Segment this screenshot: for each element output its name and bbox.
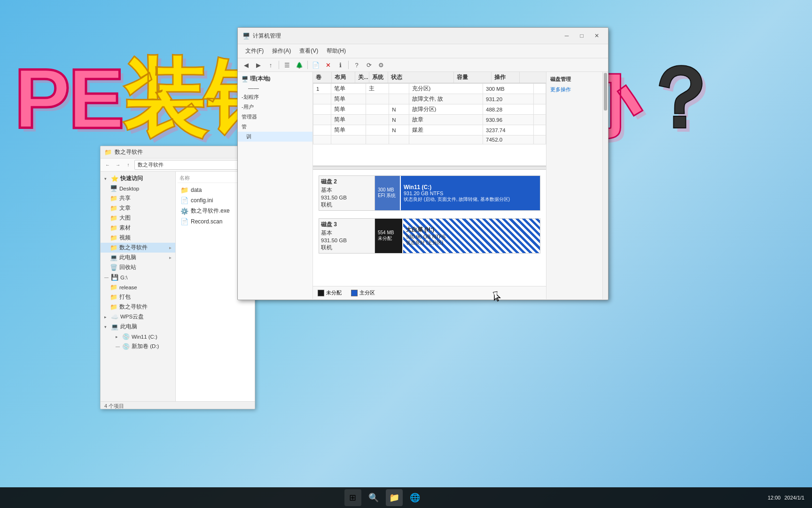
table-row[interactable]: 7452.0 xyxy=(313,135,546,144)
address-bar[interactable]: 数之寻软件 xyxy=(134,160,252,170)
taskbar-explorer[interactable]: 📁 xyxy=(386,489,403,506)
col-action: 操作 xyxy=(492,72,520,83)
mgmt-sidebar-sys[interactable]: —— xyxy=(238,84,312,92)
disk-2-info: 磁盘 2 基本 931.50 GB 联机 xyxy=(319,175,375,211)
quick-access-section[interactable]: ▾ ⭐ 快速访问 xyxy=(101,174,175,183)
mgmt-sidebar-computer[interactable]: 🖥️ 理(本地) xyxy=(238,74,312,84)
toolbar-properties[interactable]: ℹ xyxy=(335,60,346,70)
drive-d-icon: 💿 xyxy=(122,343,130,350)
sidebar-item-materials[interactable]: 📁 素材 xyxy=(101,223,175,233)
sidebar-item-shared[interactable]: 📁 共享 xyxy=(101,193,175,203)
quick-access-label: 快速访问 xyxy=(120,175,143,182)
mgmt-sidebar-mgr[interactable]: 管理器 xyxy=(238,112,312,122)
sidebar-item-thispc[interactable]: ▾ 💻 此电脑 xyxy=(101,322,175,332)
wps-label: WPS云盘 xyxy=(120,313,144,320)
file-explorer-header: 📁 数之寻软件 xyxy=(101,146,255,159)
win11-status: 状态良好 (启动, 页面文件, 故障转储, 基本数据分区) xyxy=(404,196,537,203)
up-button[interactable]: ↑ xyxy=(124,161,133,169)
sidebar-item-dzxsw[interactable]: 📁 数之寻软件 xyxy=(101,302,175,312)
col-size: 容量 xyxy=(454,72,492,83)
taskbar-start[interactable]: ⊞ xyxy=(344,489,361,506)
menu-file[interactable]: 文件(F) xyxy=(242,46,267,56)
explorer-sidebar: ▾ ⭐ 快速访问 🖥️ Desktop 📁 共享 📁 文章 📁 大图 📁 xyxy=(101,172,176,401)
sidebar-item-bigimg[interactable]: 📁 大图 xyxy=(101,213,175,223)
disk-2-name: 磁盘 2 xyxy=(321,178,373,186)
toolbar-back[interactable]: ◀ xyxy=(241,60,252,70)
sidebar-item-articles[interactable]: 📁 文章 xyxy=(101,203,175,213)
sidebar-item-video[interactable]: 📁 视频 xyxy=(101,233,175,243)
disk-3-status: 联机 xyxy=(321,244,373,251)
table-row[interactable]: 简单N故障分区)488.28 xyxy=(313,104,546,115)
win11c-label: Win11 (C:) xyxy=(132,334,157,340)
sidebar-item-wps[interactable]: ▸ ☁️ WPS云盘 xyxy=(101,312,175,322)
mgmt-sidebar-disk-mgmt[interactable]: 训 xyxy=(238,132,312,142)
action-more[interactable]: 更多操作 xyxy=(548,85,601,95)
folder-articles-icon: 📁 xyxy=(110,205,117,212)
scrollbar[interactable] xyxy=(602,72,608,299)
sidebar-item-gdrive[interactable]: — 💾 G:\ xyxy=(101,272,175,282)
legend-primary-label: 主分区 xyxy=(359,289,375,296)
legend-area: 未分配 主分区 xyxy=(313,286,546,299)
sidebar-item-drive-d[interactable]: — 💿 新加卷 (D:) xyxy=(101,341,175,351)
toolbar-up[interactable]: ↑ xyxy=(265,60,276,70)
disk-3-size: 931.50 GB xyxy=(321,238,373,243)
table-row[interactable]: 简单N故章930.96 xyxy=(313,115,546,125)
sidebar-item-desktop[interactable]: 🖥️ Desktop xyxy=(101,183,175,193)
sidebar-item-software[interactable]: 📁 数之寻软件 ▸ xyxy=(101,243,175,253)
sidebar-item-recycle[interactable]: 🗑️ 回收站 xyxy=(101,262,175,272)
drive-c-icon: 💿 xyxy=(122,333,130,340)
toolbar-forward[interactable]: ▶ xyxy=(253,60,264,70)
folder-pack-icon: 📁 xyxy=(110,294,117,301)
table-row[interactable]: 简单N媒差3237.74 xyxy=(313,125,546,135)
sidebar-item-release[interactable]: 📁 release xyxy=(101,282,175,292)
disk-3-row: 磁盘 3 基本 931.50 GB 联机 554 MB 未分配 大白菜 (H:)… xyxy=(319,218,540,254)
disk-2-efi-partition[interactable]: 300 MB EFI 系统 xyxy=(375,176,401,210)
toolbar-sep3 xyxy=(348,61,349,69)
toolbar-refresh[interactable]: ⟳ xyxy=(363,60,375,70)
col-layout: 布局 xyxy=(332,72,355,83)
scrollbar-thumb[interactable] xyxy=(604,73,607,111)
col-type: 关... xyxy=(355,72,369,83)
computer-label: 理(本地) xyxy=(250,75,271,82)
forward-button[interactable]: → xyxy=(114,161,122,169)
toolbar-tree[interactable]: 🌲 xyxy=(294,60,305,70)
disk-3-unalloc-partition[interactable]: 554 MB 未分配 xyxy=(375,219,403,253)
folder-shared-icon: 📁 xyxy=(110,195,117,202)
computer-icon: 🖥️ xyxy=(242,76,248,82)
file-scan-label: Record.scan xyxy=(191,218,222,225)
gdrive-label: G:\ xyxy=(120,275,127,280)
menu-action[interactable]: 操作(A) xyxy=(268,46,295,56)
sidebar-item-pack[interactable]: 📁 打包 xyxy=(101,292,175,302)
win11-size: 931.20 GB NTFS xyxy=(404,190,537,196)
table-row[interactable]: 1笔单主充分区)300 MB xyxy=(313,84,546,94)
toolbar-new[interactable]: 📄 xyxy=(310,60,321,70)
taskbar-edge[interactable]: 🌐 xyxy=(406,489,423,506)
mgmt-sidebar-users[interactable]: -用户 xyxy=(238,102,312,112)
section-divider[interactable] xyxy=(313,166,546,170)
disk-3-main-partition[interactable]: 大白菜 (H:) 930.96 GB NTFS 状态良好 (主分区) xyxy=(403,219,540,253)
minimize-button[interactable]: ─ xyxy=(560,31,573,41)
actions-list: 更多操作 xyxy=(548,85,601,95)
close-button[interactable]: ✕ xyxy=(590,31,603,41)
recycle-label: 回收站 xyxy=(119,264,136,271)
mgmt-sidebar-storage[interactable]: 管 xyxy=(238,122,312,132)
toolbar-show-hide[interactable]: ☰ xyxy=(281,60,293,70)
restore-button[interactable]: □ xyxy=(575,31,588,41)
sidebar-item-mypc[interactable]: 💻 此电脑 ▸ xyxy=(101,253,175,262)
menu-view[interactable]: 查看(V) xyxy=(296,46,322,56)
software-label: 数之寻软件 xyxy=(119,244,148,251)
drived-expand: — xyxy=(116,344,120,349)
disk-2-win11-partition[interactable]: Win11 (C:) 931.20 GB NTFS 状态良好 (启动, 页面文件… xyxy=(401,176,540,210)
menu-help[interactable]: 帮助(H) xyxy=(323,46,350,56)
toolbar-extra[interactable]: ⚙ xyxy=(375,60,387,70)
drive-g-icon: 💾 xyxy=(111,274,118,281)
desktop-label: Desktop xyxy=(119,186,139,191)
file-config-label: config.ini xyxy=(191,197,213,204)
mgmt-sidebar-programs[interactable]: -划程序 xyxy=(238,92,312,102)
table-row[interactable]: 简单故障文件, 故931.20 xyxy=(313,94,546,104)
back-button[interactable]: ← xyxy=(103,161,112,169)
taskbar-search[interactable]: 🔍 xyxy=(365,489,382,506)
sidebar-item-win11c[interactable]: ▸ 💿 Win11 (C:) xyxy=(101,332,175,341)
toolbar-delete[interactable]: ✕ xyxy=(322,60,334,70)
toolbar-help[interactable]: ? xyxy=(351,60,362,70)
